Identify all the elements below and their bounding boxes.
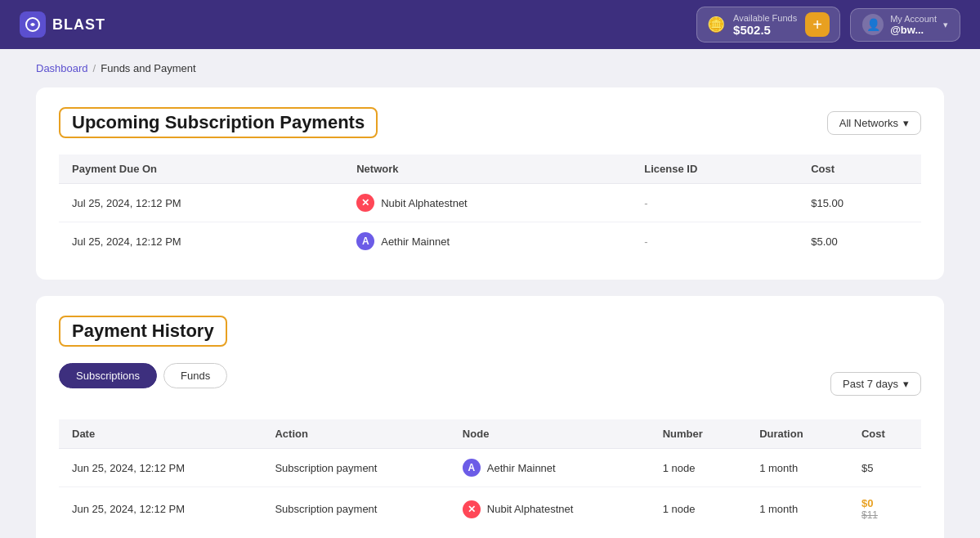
history-section: Payment History Subscriptions Funds Past… — [36, 296, 944, 538]
logo-icon — [20, 11, 46, 38]
col-network: Network — [343, 155, 631, 184]
hist-col-action: Action — [262, 419, 449, 449]
history-cost: $0$11 — [848, 487, 921, 531]
col-payment-due: Payment Due On — [59, 155, 343, 184]
history-node: A Aethir Mainnet — [450, 449, 650, 487]
all-networks-dropdown[interactable]: All Networks ▾ — [827, 111, 921, 135]
history-node-name: Nubit Alphatestnet — [487, 503, 574, 515]
history-cost-strike: $11 — [861, 509, 908, 521]
upcoming-cost: $5.00 — [798, 222, 921, 261]
account-chevron-icon: ▾ — [943, 20, 948, 30]
upcoming-network: ✕ Nubit Alphatestnet — [343, 184, 631, 222]
aethir-network-icon: A — [356, 232, 374, 250]
history-table: Date Action Node Number Duration Cost Ju… — [59, 419, 921, 531]
hist-col-number: Number — [650, 419, 747, 449]
account-handle: @bw... — [890, 24, 937, 36]
nubit-network-icon: ✕ — [356, 194, 374, 212]
upcoming-section: Upcoming Subscription Payments All Netwo… — [36, 87, 944, 280]
period-label: Past 7 days — [843, 378, 898, 390]
aethir-node-icon: A — [463, 459, 481, 477]
header: BLAST 🪙 Available Funds $502.5 + 👤 My Ac… — [0, 0, 980, 49]
account-icon: 👤 — [862, 14, 884, 35]
upcoming-section-header: Upcoming Subscription Payments All Netwo… — [59, 107, 921, 138]
table-row: Jun 25, 2024, 12:12 PM Subscription paym… — [59, 449, 921, 487]
upcoming-table: Payment Due On Network License ID Cost J… — [59, 155, 921, 260]
period-dropdown[interactable]: Past 7 days ▾ — [830, 372, 921, 396]
upcoming-network-name: Aethir Mainnet — [381, 235, 450, 248]
account-widget[interactable]: 👤 My Account @bw... ▾ — [850, 8, 960, 42]
account-label: My Account — [890, 14, 937, 24]
history-date: Jun 25, 2024, 12:12 PM — [59, 449, 262, 487]
history-cost-value: $0 — [861, 497, 873, 509]
table-row: Jul 25, 2024, 12:12 PM ✕ Nubit Alphatest… — [59, 184, 921, 222]
history-cost: $5 — [848, 449, 921, 487]
hist-col-cost: Cost — [848, 419, 921, 449]
upcoming-license-id: - — [631, 222, 798, 261]
history-section-title: Payment History — [59, 316, 227, 347]
history-number: 1 node — [650, 449, 747, 487]
funds-label: Available Funds — [733, 13, 797, 23]
tab-subscriptions[interactable]: Subscriptions — [59, 363, 157, 388]
breadcrumb-dashboard[interactable]: Dashboard — [36, 62, 88, 74]
upcoming-date: Jul 25, 2024, 12:12 PM — [59, 184, 343, 222]
history-number: 1 node — [650, 487, 747, 531]
period-chevron-icon: ▾ — [903, 378, 909, 390]
hist-col-duration: Duration — [746, 419, 848, 449]
hist-col-date: Date — [59, 419, 262, 449]
upcoming-network-name: Nubit Alphatestnet — [381, 197, 468, 209]
history-duration: 1 month — [746, 449, 848, 487]
funds-widget: 🪙 Available Funds $502.5 + — [696, 7, 840, 43]
funds-info: Available Funds $502.5 — [733, 13, 797, 37]
table-row: Jun 25, 2024, 12:12 PM Subscription paym… — [59, 487, 921, 531]
funds-amount: $502.5 — [733, 23, 797, 37]
breadcrumb: Dashboard / Funds and Payment — [0, 49, 980, 81]
table-row: Jul 25, 2024, 12:12 PM A Aethir Mainnet … — [59, 222, 921, 261]
history-action: Subscription payment — [262, 449, 449, 487]
history-node-name: Aethir Mainnet — [487, 462, 556, 474]
col-license-id: License ID — [631, 155, 798, 184]
nubit-node-icon: ✕ — [463, 500, 481, 518]
funds-icon: 🪙 — [707, 16, 725, 34]
history-section-header: Payment History — [59, 316, 921, 347]
header-right: 🪙 Available Funds $502.5 + 👤 My Account … — [696, 7, 960, 43]
history-cost-value: $5 — [861, 462, 873, 474]
history-date: Jun 25, 2024, 12:12 PM — [59, 487, 262, 531]
col-cost: Cost — [798, 155, 921, 184]
upcoming-network: A Aethir Mainnet — [343, 222, 631, 261]
logo: BLAST — [20, 11, 105, 38]
history-duration: 1 month — [746, 487, 848, 531]
history-action: Subscription payment — [262, 487, 449, 531]
account-info: My Account @bw... — [890, 14, 937, 36]
breadcrumb-current: Funds and Payment — [101, 62, 195, 74]
upcoming-cost: $15.00 — [798, 184, 921, 222]
history-node: ✕ Nubit Alphatestnet — [450, 487, 650, 531]
upcoming-date: Jul 25, 2024, 12:12 PM — [59, 222, 343, 261]
hist-col-node: Node — [450, 419, 650, 449]
add-funds-button[interactable]: + — [805, 12, 830, 37]
main-content: Upcoming Subscription Payments All Netwo… — [0, 81, 980, 538]
upcoming-license-id: - — [631, 184, 798, 222]
dropdown-chevron-icon: ▾ — [903, 117, 909, 129]
all-networks-label: All Networks — [839, 117, 898, 129]
tab-funds[interactable]: Funds — [163, 363, 227, 388]
breadcrumb-separator: / — [93, 62, 96, 74]
upcoming-section-title: Upcoming Subscription Payments — [59, 107, 378, 138]
logo-text: BLAST — [52, 16, 105, 34]
history-tabs: Subscriptions Funds — [59, 363, 227, 388]
